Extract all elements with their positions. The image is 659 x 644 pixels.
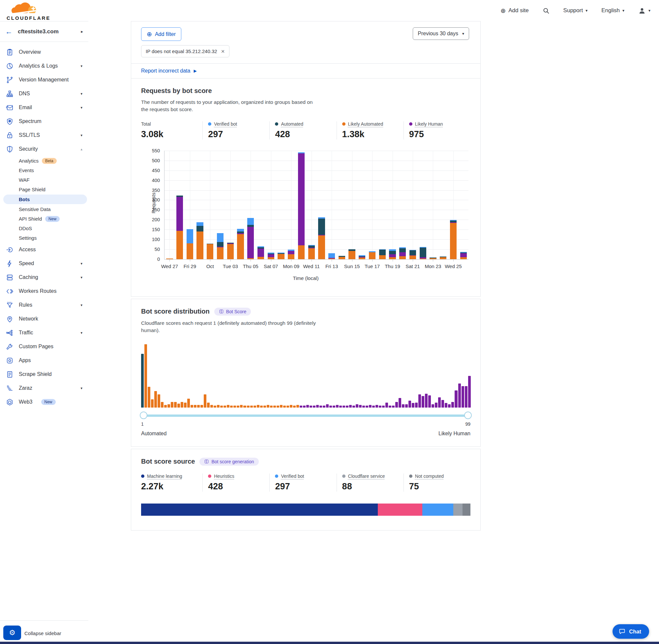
x-tick-label: Tue 17 bbox=[364, 263, 380, 269]
sidebar-item-web3[interactable]: Web3New bbox=[0, 395, 88, 409]
sidebar-item-zaraz[interactable]: Zaraz▾ bbox=[0, 381, 88, 395]
stacked-bar bbox=[268, 253, 274, 259]
histogram-bar-likely_automated bbox=[254, 406, 256, 408]
histogram-bar-likely_automated bbox=[158, 394, 160, 408]
sidebar-item-rules[interactable]: Rules▾ bbox=[0, 298, 88, 312]
histogram-bar-likely_automated bbox=[187, 399, 190, 408]
search-button[interactable] bbox=[543, 7, 549, 14]
histogram-bar-likely_automated bbox=[207, 402, 210, 408]
sidebar-item-scrape-shield[interactable]: Scrape Shield bbox=[0, 367, 88, 381]
stat-label[interactable]: Automated bbox=[281, 121, 303, 127]
sidebar-subitem-bots[interactable]: Bots bbox=[3, 194, 87, 204]
sidebar-item-spectrum[interactable]: Spectrum bbox=[0, 114, 88, 128]
stat-label[interactable]: Not computed bbox=[415, 474, 444, 479]
x-axis-title: Time (local) bbox=[141, 275, 470, 281]
sidebar-item-access[interactable]: Access bbox=[0, 243, 88, 256]
slider-handle-min[interactable] bbox=[140, 412, 147, 419]
chat-button[interactable]: Chat bbox=[613, 624, 649, 639]
sidebar-item-network[interactable]: Network bbox=[0, 312, 88, 326]
slider-handle-max[interactable] bbox=[464, 412, 472, 419]
sidebar-subitem-settings[interactable]: Settings bbox=[0, 233, 88, 243]
stat-value: 428 bbox=[208, 481, 269, 492]
sidebar-item-ssl-tls[interactable]: SSL/TLS▾ bbox=[0, 128, 88, 142]
segment-automated bbox=[399, 248, 406, 252]
collapse-sidebar-button[interactable]: Collapse sidebar bbox=[24, 630, 61, 636]
sidebar-item-dns[interactable]: DNS▾ bbox=[0, 87, 88, 100]
chevron-down-icon: ▾ bbox=[80, 64, 83, 68]
sidebar-subitem-api-shield[interactable]: API ShieldNew bbox=[0, 214, 88, 224]
sidebar-item-custom-pages[interactable]: Custom Pages bbox=[0, 340, 88, 353]
x-tick bbox=[453, 259, 454, 261]
remove-filter-icon[interactable]: × bbox=[221, 48, 225, 54]
histogram-bar-likely_automated bbox=[270, 406, 273, 408]
site-name: cftestsite3.com bbox=[18, 28, 59, 35]
segment-likely_automated bbox=[278, 254, 284, 259]
sidebar-item-analytics-logs[interactable]: Analytics & Logs▾ bbox=[0, 59, 88, 73]
histogram-bar-likely_automated bbox=[178, 404, 180, 408]
add-site-button[interactable]: ⊕ Add site bbox=[500, 7, 528, 15]
filter-chip[interactable]: IP does not equal 35.212.240.32 × bbox=[141, 45, 230, 58]
sidebar-item-caching[interactable]: Caching▾ bbox=[0, 270, 88, 284]
add-filter-button[interactable]: ⊕ Add filter bbox=[141, 27, 181, 41]
stacked-bar bbox=[409, 250, 416, 259]
stat-value: 1.38k bbox=[342, 129, 403, 139]
dns-icon bbox=[6, 90, 14, 98]
x-tick-label: Fri 29 bbox=[184, 263, 196, 269]
stat-label[interactable]: Machine learning bbox=[147, 474, 182, 479]
sidebar-item-overview[interactable]: Overview bbox=[0, 45, 88, 59]
histogram-bar-likely_automated bbox=[174, 402, 177, 408]
histogram-bar-likely_automated bbox=[214, 406, 216, 408]
filter-section: ⊕ Add filter IP does not equal 35.212.24… bbox=[131, 21, 480, 64]
site-switcher-caret-icon[interactable]: ▸ bbox=[81, 29, 83, 34]
histogram-bar-likely_human bbox=[422, 396, 424, 408]
stat-label[interactable]: Cloudflare service bbox=[348, 474, 385, 479]
stat-label[interactable]: Likely Automated bbox=[348, 121, 383, 127]
support-menu[interactable]: Support ▾ bbox=[563, 7, 588, 14]
sidebar-subitem-label: WAF bbox=[19, 177, 30, 183]
stacked-bar bbox=[237, 229, 244, 259]
histogram-bar-likely_human bbox=[428, 395, 431, 407]
sidebar-item-workers-routes[interactable]: Workers Routes bbox=[0, 284, 88, 298]
stat-label[interactable]: Verified bot bbox=[214, 121, 237, 127]
stat-label[interactable]: Likely Human bbox=[415, 121, 443, 127]
bot-score-badge-label: Bot Score bbox=[226, 309, 246, 314]
back-arrow-icon[interactable]: ← bbox=[5, 27, 13, 36]
histogram-bar-likely_human bbox=[389, 406, 391, 408]
sidebar-item-apps[interactable]: Apps bbox=[0, 353, 88, 367]
language-menu[interactable]: English ▾ bbox=[601, 7, 625, 14]
sidebar-item-speed[interactable]: Speed▾ bbox=[0, 256, 88, 270]
sidebar-item-email[interactable]: Email▾ bbox=[0, 100, 88, 114]
sidebar-subitem-page-shield[interactable]: Page Shield bbox=[0, 185, 88, 194]
sidebar-subitem-ddos[interactable]: DDoS bbox=[0, 224, 88, 233]
sidebar-subitem-label: API Shield bbox=[19, 216, 42, 222]
sidebar-item-traffic[interactable]: Traffic▾ bbox=[0, 326, 88, 340]
sidebar-subitem-analytics[interactable]: AnalyticsBeta bbox=[0, 156, 88, 165]
report-link-label: Report incorrect data bbox=[141, 68, 190, 74]
sidebar-subitem-events[interactable]: Events bbox=[0, 165, 88, 175]
score-range-slider[interactable] bbox=[141, 412, 470, 419]
report-incorrect-data-link[interactable]: Report incorrect data ▶ bbox=[131, 64, 480, 78]
stacked-bar bbox=[308, 245, 315, 259]
date-range-selector[interactable]: Previous 30 days ▾ bbox=[413, 27, 469, 40]
stat-value: 297 bbox=[208, 129, 269, 139]
bot-score-badge[interactable]: Bot Score bbox=[214, 308, 251, 316]
histogram-bar-likely_automated bbox=[167, 404, 170, 408]
bot-score-generation-badge[interactable]: Bot score generation bbox=[199, 458, 258, 466]
sidebar-item-version-management[interactable]: Version Management bbox=[0, 73, 88, 87]
sidebar-subitem-sensitive-data[interactable]: Sensitive Data bbox=[0, 204, 88, 214]
bar-slot bbox=[357, 151, 367, 259]
sidebar-subitem-waf[interactable]: WAF bbox=[0, 175, 88, 185]
stat-label[interactable]: Verified bot bbox=[281, 474, 304, 479]
sidebar-item-label: Traffic bbox=[19, 330, 33, 336]
settings-gear-button[interactable]: ⚙ bbox=[3, 625, 21, 640]
requests-description: The number of requests to your applicati… bbox=[141, 98, 319, 113]
stat-label[interactable]: Heuristics bbox=[214, 474, 234, 479]
histogram-bar-likely_human bbox=[465, 386, 468, 408]
sidebar-item-label: Speed bbox=[19, 260, 34, 267]
bar-slot bbox=[215, 151, 226, 259]
account-menu[interactable]: ▾ bbox=[638, 7, 651, 15]
x-tick-label: Sat 07 bbox=[264, 263, 278, 269]
sidebar-item-security[interactable]: Security▴ bbox=[0, 142, 88, 156]
slider-track[interactable] bbox=[142, 414, 470, 417]
bar-slot bbox=[448, 151, 458, 259]
